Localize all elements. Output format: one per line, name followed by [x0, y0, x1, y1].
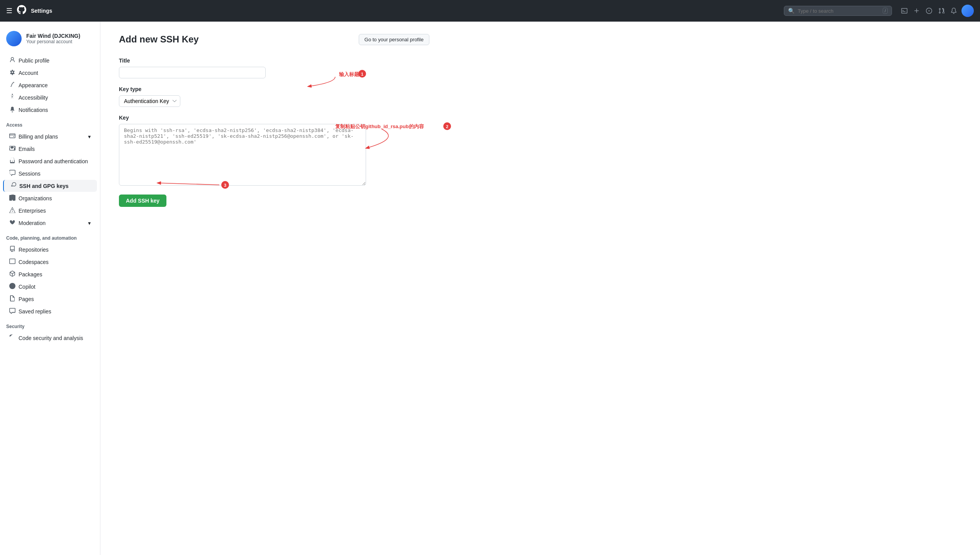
avatar[interactable]: [961, 5, 974, 17]
notifications-button[interactable]: [949, 6, 958, 15]
sidebar-nav-item-password[interactable]: Password and authentication: [3, 155, 97, 167]
sidebar-item-label: Account: [19, 70, 38, 76]
codespaces-label: Codespaces: [19, 259, 49, 265]
emails-icon: [9, 145, 15, 152]
copilot-label: Copilot: [19, 284, 36, 290]
sidebar-nav-item-saved-replies[interactable]: Saved replies: [3, 305, 97, 317]
repos-label: Repositories: [19, 247, 49, 253]
sidebar-nav-item-sessions[interactable]: Sessions: [3, 168, 97, 179]
repos-icon: [9, 246, 15, 253]
title-input[interactable]: [119, 67, 266, 78]
key-type-form-group: Key type Authentication KeySigning Key: [119, 86, 366, 107]
key-type-select[interactable]: Authentication KeySigning Key: [119, 95, 180, 107]
key-type-label: Key type: [119, 86, 366, 92]
sidebar-nav-item-accessibility[interactable]: Accessibility: [3, 91, 97, 103]
orgs-icon: [9, 195, 15, 202]
main-layout: Fair Wind (DJCKING) Your personal accoun…: [0, 22, 980, 555]
title-form-group: Title: [119, 58, 366, 78]
key-label: Key: [119, 115, 366, 121]
sidebar-nav-item-packages[interactable]: Packages: [3, 268, 97, 280]
ssh-icon: [10, 182, 16, 190]
sidebar-nav-item-emails[interactable]: Emails: [3, 143, 97, 155]
search-bar[interactable]: 🔍 /: [784, 6, 892, 16]
add-ssh-key-title: Add new SSH Key: [119, 34, 199, 45]
go-to-profile-button[interactable]: Go to your personal profile: [359, 34, 429, 45]
profile-sub: Your personal account: [26, 39, 80, 44]
sidebar-item-label: Accessibility: [19, 95, 48, 101]
add-ssh-key-button[interactable]: Add SSH key: [119, 195, 166, 207]
enterprises-icon: [9, 207, 15, 214]
svg-text:2: 2: [446, 124, 448, 129]
hamburger-menu-button[interactable]: ☰: [6, 7, 12, 15]
search-icon: 🔍: [788, 8, 795, 14]
page-title-nav: Settings: [31, 8, 52, 14]
ssh-label: SSH and GPG keys: [19, 183, 69, 189]
sidebar-nav-item-repos[interactable]: Repositories: [3, 244, 97, 256]
github-logo: [17, 5, 26, 17]
sidebar-nav-item-copilot[interactable]: Copilot: [3, 281, 97, 293]
create-new-button[interactable]: [912, 6, 921, 15]
terminal-button[interactable]: [900, 6, 909, 15]
pages-label: Pages: [19, 296, 34, 302]
emails-label: Emails: [19, 146, 35, 152]
key-form-group: Key: [119, 115, 366, 187]
saved-replies-label: Saved replies: [19, 308, 51, 315]
saved-replies-icon: [9, 308, 15, 315]
key-textarea[interactable]: [119, 124, 366, 186]
orgs-label: Organizations: [19, 195, 52, 201]
security-section-label: Security: [0, 318, 100, 332]
sidebar-nav-item-notifications[interactable]: Notifications: [3, 104, 97, 116]
issue-button[interactable]: [924, 6, 934, 15]
packages-label: Packages: [19, 271, 42, 278]
sidebar-nav-item-ssh[interactable]: SSH and GPG keys: [3, 180, 97, 192]
sidebar-nav-item-code-security[interactable]: Code security and analysis: [3, 332, 97, 344]
nav-actions: [900, 5, 974, 17]
code-section-label: Code, planning, and automation: [0, 229, 100, 243]
sessions-icon: [9, 170, 15, 177]
page-header: Add new SSH Key Go to your personal prof…: [119, 34, 429, 45]
moderation-chevron: ▾: [88, 220, 91, 226]
packages-icon: [9, 271, 15, 278]
svg-point-4: [443, 122, 451, 130]
profile-avatar: [6, 31, 22, 46]
moderation-icon: [9, 219, 15, 227]
password-icon: [9, 157, 15, 165]
profile-info: Fair Wind (DJCKING) Your personal accoun…: [26, 33, 80, 44]
top-navigation: ☰ Settings 🔍 /: [0, 0, 980, 22]
enterprises-label: Enterprises: [19, 208, 46, 214]
sidebar-nav-item[interactable]: Public profile: [3, 54, 97, 66]
sidebar-item-label: Appearance: [19, 82, 48, 88]
sessions-label: Sessions: [19, 171, 41, 177]
code-security-label: Code security and analysis: [19, 335, 83, 341]
account-icon: [9, 69, 15, 76]
sidebar-nav-item-appearance[interactable]: Appearance: [3, 79, 97, 91]
profile-section: Fair Wind (DJCKING) Your personal accoun…: [0, 31, 100, 54]
sidebar-item-label: Notifications: [19, 107, 48, 113]
main-content: Add new SSH Key Go to your personal prof…: [100, 22, 448, 555]
public-profile-icon: [9, 57, 15, 64]
sidebar-nav-item-billing[interactable]: Billing and plans ▾: [3, 130, 97, 142]
billing-chevron: ▾: [88, 134, 91, 140]
sidebar-nav-item-enterprises[interactable]: Enterprises: [3, 205, 97, 217]
moderation-label: Moderation: [19, 220, 46, 226]
sidebar-nav-item-orgs[interactable]: Organizations: [3, 192, 97, 204]
codespaces-icon: [9, 258, 15, 266]
search-input[interactable]: [798, 8, 880, 14]
code-security-icon: [9, 334, 15, 342]
access-section-label: Access: [0, 116, 100, 130]
pull-request-button[interactable]: [937, 6, 946, 15]
copilot-icon: [9, 283, 15, 290]
sidebar-nav-item-moderation[interactable]: Moderation ▾: [3, 217, 97, 229]
sidebar-nav-item-pages[interactable]: Pages: [3, 293, 97, 305]
billing-icon: [9, 133, 15, 140]
billing-label: Billing and plans: [19, 134, 58, 140]
sidebar-nav-item-account[interactable]: Account: [3, 67, 97, 79]
profile-name: Fair Wind (DJCKING): [26, 33, 80, 39]
search-kbd: /: [883, 8, 888, 14]
password-label: Password and authentication: [19, 158, 88, 164]
sidebar-item-label: Public profile: [19, 58, 49, 64]
sidebar: Fair Wind (DJCKING) Your personal accoun…: [0, 22, 100, 555]
sidebar-nav-item-codespaces[interactable]: Codespaces: [3, 256, 97, 268]
accessibility-icon: [9, 94, 15, 101]
appearance-icon: [9, 81, 15, 89]
